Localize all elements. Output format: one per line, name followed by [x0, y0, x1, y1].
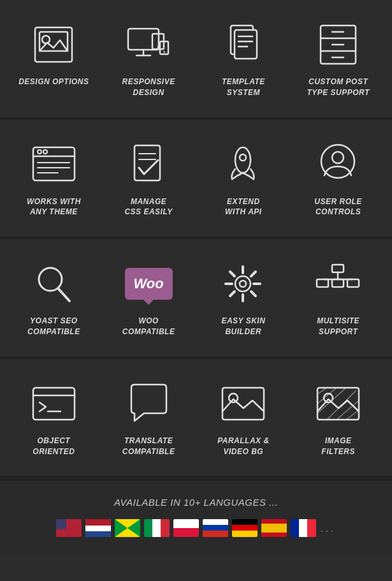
yoast-label: YOAST SEOCOMPATIBLE: [27, 316, 80, 337]
object-oriented-label: OBJECTORIENTED: [33, 436, 75, 457]
svg-line-61: [317, 388, 327, 394]
custom-post-label: CUSTOM POSTTYPE SUPPORT: [307, 77, 369, 98]
svg-line-36: [58, 288, 69, 301]
more-languages-indicator: ...: [320, 522, 335, 535]
svg-line-65: [337, 401, 359, 420]
feature-translate: TRANSLATECOMPATIBLE: [101, 372, 196, 464]
feature-woo: Woo WOOCOMPATIBLE: [101, 252, 196, 344]
api-icon: [218, 139, 269, 190]
svg-rect-53: [347, 279, 359, 287]
terminal-icon: [28, 378, 79, 429]
feature-custom-post: CUSTOM POSTTYPE SUPPORT: [291, 13, 386, 105]
responsive-label: RESPONSIVEDESIGN: [122, 77, 175, 98]
template-label: TEMPLATESYSTEM: [222, 77, 265, 98]
woo-icon: Woo: [123, 258, 174, 309]
svg-line-43: [230, 272, 235, 276]
flag-it: [144, 519, 170, 537]
feature-api: EXTENDWITH API: [196, 133, 291, 224]
works-theme-label: WORKS WITHANY THEME: [27, 196, 81, 218]
feature-design-options: DESIGN OPTIONS: [6, 13, 101, 105]
languages-section: AVAILABLE IN 10+ LANGUAGES ... ...: [0, 478, 392, 553]
flag-br: [115, 519, 140, 537]
user-role-label: USER ROLECONTROLS: [314, 196, 362, 218]
svg-rect-21: [33, 147, 75, 180]
css-label: MANAGECSS EASILY: [124, 196, 172, 218]
svg-line-66: [346, 410, 359, 420]
woo-badge: Woo: [125, 268, 173, 300]
flag-ru: [203, 519, 228, 537]
feature-css: MANAGECSS EASILY: [101, 133, 196, 224]
svg-rect-3: [128, 29, 159, 50]
flags-row: ...: [13, 519, 379, 537]
svg-point-2: [42, 36, 50, 43]
flag-fr: [291, 519, 316, 537]
feature-template: TEMPLATESYSTEM: [196, 13, 291, 105]
feature-user-role: USER ROLECONTROLS: [291, 133, 386, 224]
feature-responsive: RESPONSIVEDESIGN: [101, 13, 196, 105]
design-options-label: DESIGN OPTIONS: [18, 77, 89, 87]
svg-rect-47: [332, 265, 344, 272]
svg-point-32: [240, 154, 246, 161]
feature-image-filters: IMAGEFILTERS: [291, 372, 386, 464]
skin-label: EASY SKINBUILDER: [221, 316, 265, 337]
template-icon: [218, 19, 269, 70]
translate-label: TRANSLATECOMPATIBLE: [122, 436, 175, 457]
yoast-icon: [28, 258, 79, 309]
skin-icon: [218, 258, 269, 309]
responsive-icon: [123, 19, 174, 70]
svg-rect-52: [332, 279, 344, 287]
translate-icon: [123, 378, 174, 429]
svg-point-34: [332, 152, 344, 163]
section-4: OBJECTORIENTED TRANSLATECOMPATIBLE PARAL…: [0, 359, 392, 479]
css-icon: [123, 139, 174, 190]
svg-line-45: [251, 272, 256, 276]
section-1: DESIGN OPTIONS RESPONSIVEDESIGN: [0, 0, 392, 120]
feature-object-oriented: OBJECTORIENTED: [6, 372, 101, 464]
custom-post-icon: [313, 19, 364, 70]
svg-point-24: [43, 150, 47, 154]
svg-line-46: [230, 291, 235, 296]
multisite-label: MULTISITESUPPORT: [317, 316, 359, 337]
flag-pl: [173, 519, 199, 537]
feature-works-theme: WORKS WITHANY THEME: [6, 133, 101, 224]
works-theme-icon: [28, 139, 79, 190]
svg-line-44: [251, 291, 256, 296]
svg-rect-51: [317, 279, 328, 287]
flag-es: [261, 519, 287, 537]
feature-yoast: YOAST SEOCOMPATIBLE: [6, 252, 101, 344]
section-3: YOAST SEOCOMPATIBLE Woo WOOCOMPATIBLE: [0, 239, 392, 359]
feature-multisite: MULTISITESUPPORT: [291, 252, 386, 344]
flag-nl: [85, 519, 111, 537]
api-label: EXTENDWITH API: [225, 196, 262, 218]
parallax-label: PARALLAX &VIDEO BG: [217, 436, 269, 457]
image-filter-icon: [313, 378, 364, 429]
svg-rect-11: [235, 30, 257, 59]
section-2: WORKS WITHANY THEME MANAGECSS EASILY EXT…: [0, 120, 392, 240]
svg-point-38: [240, 281, 246, 287]
parallax-icon: [218, 378, 269, 429]
user-role-icon: [313, 139, 364, 190]
design-options-icon: [28, 19, 79, 70]
multisite-icon: [313, 258, 364, 309]
available-text: AVAILABLE IN 10+ LANGUAGES ...: [13, 497, 379, 508]
svg-point-23: [38, 150, 41, 154]
flag-us: [56, 519, 82, 537]
feature-skin: EASY SKINBUILDER: [196, 252, 291, 344]
svg-point-37: [235, 276, 250, 291]
woo-label: WOOCOMPATIBLE: [122, 316, 175, 337]
svg-rect-54: [33, 388, 75, 420]
feature-parallax: PARALLAX &VIDEO BG: [196, 372, 291, 464]
image-filter-label: IMAGEFILTERS: [321, 436, 355, 457]
flag-de: [232, 519, 258, 537]
